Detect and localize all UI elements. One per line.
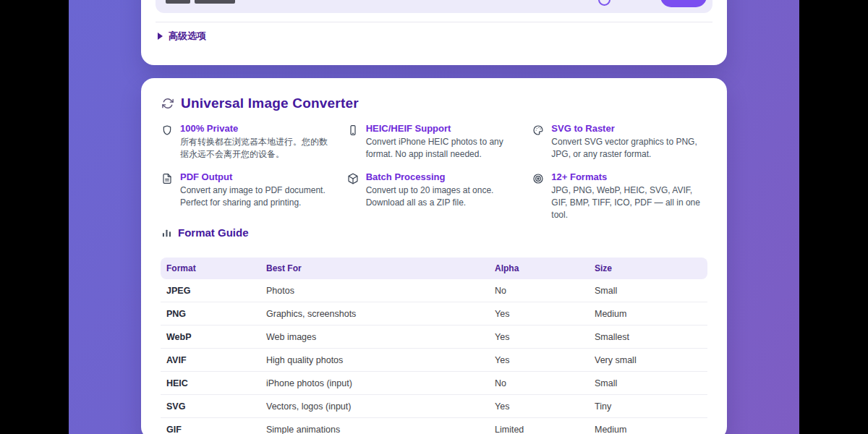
table-cell: Yes — [489, 401, 589, 412]
screenshot-stage: 高级选项 Universal Image Converter 100% Priv… — [0, 0, 868, 434]
format-cell: JPEG — [161, 286, 260, 296]
feature-title: 12+ Formats — [551, 171, 707, 182]
table-cell: Web images — [260, 332, 489, 342]
feature-description: Convert iPhone HEIC photos to any format… — [366, 136, 522, 161]
table-cell: No — [489, 286, 589, 296]
feature-description: JPG, PNG, WebP, HEIC, SVG, AVIF, GIF, BM… — [551, 184, 707, 221]
table-cell: Limited — [489, 425, 589, 434]
info-card: Universal Image Converter 100% Private所有… — [141, 78, 727, 434]
table-cell: No — [489, 378, 589, 388]
clipped-glyphs — [166, 0, 190, 4]
feature-grid: 100% Private所有转换都在浏览器本地进行。您的数据永远不会离开您的设备… — [161, 123, 707, 221]
document-icon — [161, 173, 173, 184]
page-title: Universal Image Converter — [161, 95, 359, 111]
feature-text: Batch ProcessingConvert up to 20 images … — [366, 171, 522, 209]
table-cell: High quality photos — [260, 355, 489, 365]
table-cell: Yes — [489, 355, 589, 365]
feature-item: SVG to RasterConvert SVG vector graphics… — [532, 123, 707, 161]
feature-title: HEIC/HEIF Support — [366, 123, 522, 134]
table-cell: Graphics, screenshots — [260, 309, 489, 319]
page-title-text: Universal Image Converter — [181, 95, 359, 111]
format-guide-heading: Format Guide — [161, 226, 249, 239]
table-cell: iPhone photos (input) — [260, 378, 489, 388]
table-cell: Simple animations — [260, 425, 489, 434]
table-cell: Small — [589, 378, 707, 388]
feature-description: Convert up to 20 images at once. Downloa… — [366, 184, 522, 209]
feature-title: SVG to Raster — [551, 123, 707, 134]
feature-title: 100% Private — [180, 123, 336, 134]
refresh-icon — [161, 97, 174, 110]
advanced-options-toggle[interactable]: 高级选项 — [158, 30, 206, 43]
table-cell: Vectors, logos (input) — [260, 401, 489, 412]
format-cell: HEIC — [161, 378, 260, 388]
format-cell: SVG — [161, 401, 260, 412]
feature-description: 所有转换都在浏览器本地进行。您的数据永远不会离开您的设备。 — [180, 136, 336, 161]
format-cell: AVIF — [161, 355, 260, 365]
table-cell: Tiny — [589, 401, 707, 412]
convert-button[interactable] — [660, 0, 707, 7]
table-row: PNGGraphics, screenshotsYesMedium — [161, 302, 707, 326]
format-cell: WebP — [161, 332, 260, 342]
column-header: Format — [161, 263, 260, 273]
chevron-right-icon — [158, 33, 163, 40]
converter-card: 高级选项 — [141, 0, 727, 65]
feature-title: Batch Processing — [366, 171, 522, 182]
column-header: Alpha — [489, 263, 589, 273]
feature-text: HEIC/HEIF SupportConvert iPhone HEIC pho… — [366, 123, 522, 161]
table-cell: Small — [589, 286, 707, 296]
feature-item: Batch ProcessingConvert up to 20 images … — [347, 171, 522, 221]
format-cell: GIF — [161, 425, 260, 434]
clipped-glyphs — [195, 0, 235, 4]
file-input-area[interactable] — [156, 0, 712, 13]
table-header-row: FormatBest ForAlphaSize — [161, 258, 707, 279]
table-row: HEICiPhone photos (input)NoSmall — [161, 372, 707, 395]
feature-title: PDF Output — [180, 171, 336, 182]
feature-item: 12+ FormatsJPG, PNG, WebP, HEIC, SVG, AV… — [532, 171, 707, 221]
table-row: WebPWeb imagesYesSmallest — [161, 326, 707, 349]
table-body: JPEGPhotosNoSmallPNGGraphics, screenshot… — [161, 279, 707, 434]
table-cell: Yes — [489, 332, 589, 342]
smartphone-icon — [347, 124, 359, 136]
table-cell: Medium — [589, 425, 707, 434]
feature-text: PDF OutputConvert any image to PDF docum… — [180, 171, 336, 209]
format-cell: PNG — [161, 309, 260, 319]
table-row: AVIFHigh quality photosYesVery small — [161, 349, 707, 372]
feature-description: Convert SVG vector graphics to PNG, JPG,… — [551, 136, 707, 161]
palette-icon — [532, 124, 544, 136]
format-guide-heading-text: Format Guide — [178, 226, 249, 239]
feature-text: 12+ FormatsJPG, PNG, WebP, HEIC, SVG, AV… — [551, 171, 707, 221]
feature-item: PDF OutputConvert any image to PDF docum… — [161, 171, 336, 221]
bar-chart-icon — [161, 227, 172, 238]
feature-description: Convert any image to PDF document. Perfe… — [180, 184, 336, 209]
feature-item: HEIC/HEIF SupportConvert iPhone HEIC pho… — [347, 123, 522, 161]
format-table: FormatBest ForAlphaSize JPEGPhotosNoSmal… — [161, 258, 707, 434]
table-row: JPEGPhotosNoSmall — [161, 279, 707, 302]
status-circle-icon[interactable] — [598, 0, 610, 6]
column-header: Best For — [260, 263, 489, 273]
clipped-text-fragment — [166, 0, 235, 4]
target-icon — [532, 173, 544, 184]
package-icon — [347, 173, 359, 184]
shield-icon — [161, 124, 173, 136]
table-row: SVGVectors, logos (input)YesTiny — [161, 395, 707, 418]
advanced-options-label: 高级选项 — [169, 30, 206, 43]
feature-text: SVG to RasterConvert SVG vector graphics… — [551, 123, 707, 161]
table-cell: Photos — [260, 286, 489, 296]
divider — [156, 22, 712, 22]
table-cell: Very small — [589, 355, 707, 365]
table-cell: Smallest — [589, 332, 707, 342]
feature-text: 100% Private所有转换都在浏览器本地进行。您的数据永远不会离开您的设备… — [180, 123, 336, 161]
table-cell: Medium — [589, 309, 707, 319]
table-cell: Yes — [489, 309, 589, 319]
column-header: Size — [589, 263, 707, 273]
table-row: GIFSimple animationsLimitedMedium — [161, 418, 707, 434]
feature-item: 100% Private所有转换都在浏览器本地进行。您的数据永远不会离开您的设备… — [161, 123, 336, 161]
